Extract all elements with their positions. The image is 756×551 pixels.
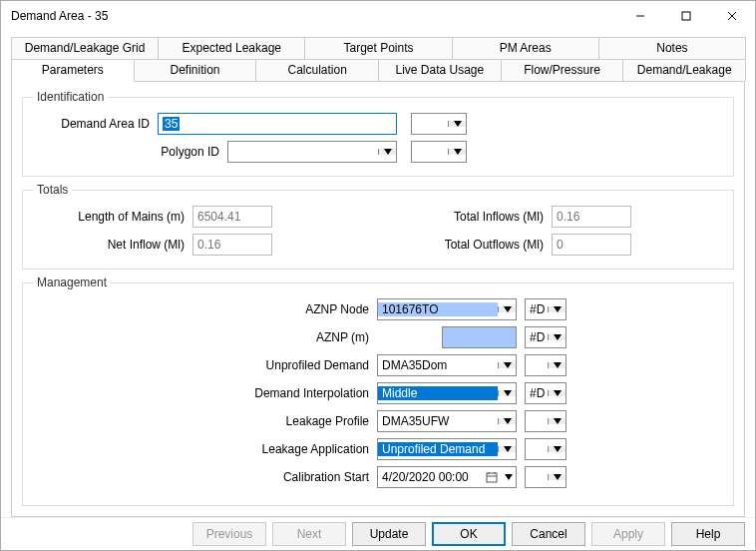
demand-interp-label: Demand Interpolation: [33, 386, 377, 400]
svg-marker-13: [554, 390, 562, 396]
chevron-down-icon: [448, 149, 466, 155]
demand-interp-combo[interactable]: Middle: [377, 382, 517, 404]
maximize-button[interactable]: [663, 1, 709, 31]
calibration-start-flag[interactable]: [525, 466, 567, 488]
apply-button[interactable]: Apply: [591, 522, 665, 546]
length-label: Length of Mains (m): [33, 210, 192, 224]
svg-marker-22: [505, 474, 513, 480]
total-inflows-value: 0.16: [552, 206, 631, 228]
svg-marker-5: [384, 149, 392, 155]
tab-demand-leakage[interactable]: Demand/Leakage: [622, 59, 746, 81]
leakage-app-combo[interactable]: Unprofiled Demand: [377, 438, 517, 460]
chevron-down-icon: [498, 362, 516, 368]
next-button[interactable]: Next: [272, 522, 346, 546]
unprofiled-demand-combo[interactable]: DMA35Dom: [377, 354, 517, 376]
aznp-node-flag[interactable]: #D: [525, 298, 567, 320]
length-value: 6504.41: [192, 206, 272, 228]
tab-demand-leakage-grid[interactable]: Demand/Leakage Grid: [11, 37, 159, 59]
total-inflows-label: Total Inflows (Ml): [272, 210, 552, 224]
aznp-node-label: AZNP Node: [33, 302, 377, 316]
svg-marker-16: [504, 446, 512, 452]
chevron-down-icon: [548, 334, 566, 340]
chevron-down-icon: [548, 446, 566, 452]
tab-definition[interactable]: Definition: [134, 59, 257, 81]
client-area: Demand/Leakage Grid Expected Leakage Tar…: [1, 31, 755, 517]
svg-marker-14: [504, 418, 512, 424]
chevron-down-icon: [502, 467, 516, 487]
svg-marker-7: [504, 306, 512, 312]
chevron-down-icon: [548, 390, 566, 396]
tab-live-data-usage[interactable]: Live Data Usage: [378, 59, 502, 81]
chevron-down-icon: [498, 306, 516, 312]
polygon-id-combo[interactable]: [227, 141, 397, 163]
minimize-button[interactable]: [617, 1, 663, 31]
cancel-button[interactable]: Cancel: [512, 522, 585, 546]
identification-group: Identification Demand Area ID 35 Polygon…: [22, 90, 734, 177]
tab-parameters[interactable]: Parameters: [11, 59, 135, 81]
total-outflows-label: Total Outflows (Ml): [272, 238, 552, 252]
total-outflows-value: 0: [552, 234, 631, 256]
demand-area-id-flag[interactable]: [411, 113, 467, 135]
aznp-m-label: AZNP (m): [33, 330, 377, 344]
aznp-m-input[interactable]: [442, 326, 517, 348]
chevron-down-icon: [548, 362, 566, 368]
tab-target-points[interactable]: Target Points: [304, 37, 452, 59]
calendar-icon: [482, 467, 502, 487]
svg-marker-23: [554, 474, 562, 480]
unprofiled-demand-flag[interactable]: [525, 354, 567, 376]
tab-content: Identification Demand Area ID 35 Polygon…: [11, 81, 745, 517]
calibration-start-picker[interactable]: 4/20/2020 00:00: [377, 466, 517, 488]
totals-group: Totals Length of Mains (m) 6504.41 Total…: [22, 183, 734, 270]
chevron-down-icon: [548, 418, 566, 424]
chevron-down-icon: [548, 474, 566, 480]
leakage-profile-flag[interactable]: [525, 410, 567, 432]
chevron-down-icon: [378, 149, 396, 155]
net-inflow-label: Net Inflow (Ml): [33, 238, 192, 252]
svg-marker-6: [454, 149, 462, 155]
svg-marker-9: [554, 334, 562, 340]
update-button[interactable]: Update: [352, 522, 426, 546]
svg-rect-1: [682, 12, 690, 20]
svg-marker-15: [554, 418, 562, 424]
management-legend: Management: [33, 276, 111, 289]
chevron-down-icon: [498, 446, 516, 452]
tab-expected-leakage[interactable]: Expected Leakage: [158, 37, 305, 59]
svg-marker-8: [554, 306, 562, 312]
chevron-down-icon: [498, 390, 516, 396]
window-title: Demand Area - 35: [11, 9, 617, 23]
aznp-m-flag[interactable]: #D: [525, 326, 567, 348]
demand-area-id-label: Demand Area ID: [33, 117, 158, 131]
leakage-profile-combo[interactable]: DMA35UFW: [377, 410, 517, 432]
identification-legend: Identification: [33, 90, 108, 104]
svg-rect-18: [487, 473, 497, 482]
aznp-node-combo[interactable]: 101676TO: [377, 298, 517, 320]
chevron-down-icon: [548, 306, 566, 312]
demand-interp-flag[interactable]: #D: [525, 382, 567, 404]
calibration-start-label: Calibration Start: [33, 470, 377, 484]
chevron-down-icon: [498, 418, 516, 424]
management-group: Management AZNP Node 101676TO #D AZNP (m…: [22, 276, 734, 506]
window: Demand Area - 35 Demand/Leakage Grid Exp…: [0, 0, 756, 551]
leakage-profile-label: Leakage Profile: [33, 414, 377, 428]
net-inflow-value: 0.16: [192, 234, 272, 256]
chevron-down-icon: [448, 121, 466, 127]
polygon-id-label: Polygon ID: [33, 145, 227, 159]
titlebar: Demand Area - 35: [1, 1, 755, 31]
close-button[interactable]: [709, 1, 755, 31]
previous-button[interactable]: Previous: [192, 522, 266, 546]
ok-button[interactable]: OK: [432, 522, 506, 546]
svg-marker-4: [454, 121, 462, 127]
tab-flow-pressure[interactable]: Flow/Pressure: [501, 59, 624, 81]
tab-notes[interactable]: Notes: [598, 37, 746, 59]
tab-pm-areas[interactable]: PM Areas: [452, 37, 599, 59]
svg-marker-17: [554, 446, 562, 452]
tab-calculation[interactable]: Calculation: [255, 59, 379, 81]
help-button[interactable]: Help: [671, 522, 745, 546]
tabstrip: Demand/Leakage Grid Expected Leakage Tar…: [11, 37, 745, 81]
unprofiled-demand-label: Unprofiled Demand: [33, 358, 377, 372]
leakage-app-flag[interactable]: [525, 438, 567, 460]
demand-area-id-input[interactable]: 35: [158, 113, 397, 135]
polygon-id-flag[interactable]: [411, 141, 467, 163]
svg-marker-10: [504, 362, 512, 368]
totals-legend: Totals: [33, 183, 72, 197]
